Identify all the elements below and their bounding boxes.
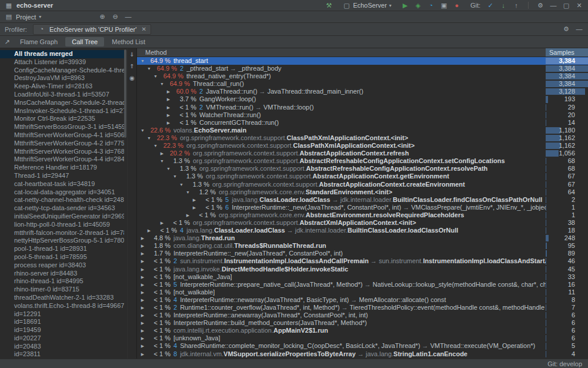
expand-arrow-icon[interactable]: ▶	[185, 211, 191, 219]
thread-list-item[interactable]: rhino-timer-0 id=83715	[0, 286, 124, 294]
call-tree-row[interactable]: ▶4.8 %java.lang.Thread.run248	[137, 234, 588, 242]
expand-arrow-icon[interactable]: ▶	[139, 327, 146, 334]
thread-list-item[interactable]: volans.thrift.Echo-1-thread-8 id=49667	[0, 302, 124, 310]
expand-arrow-icon[interactable]: ▶	[139, 250, 146, 257]
thread-list-item[interactable]: MtthriftServerWorkerGroup-4-1 id=50691	[0, 131, 124, 140]
thread-list-item[interactable]: All threads merged	[0, 50, 124, 58]
call-tree-row[interactable]: ▶< 1 %WatcherThread::run()20	[137, 111, 588, 119]
expand-arrow-icon[interactable]: ▶	[139, 334, 146, 342]
call-tree-row[interactable]: ▶< 1 %com.intellij.rt.execution.applicat…	[137, 327, 588, 334]
thread-list-item[interactable]: Reference Handler id=18179	[0, 164, 124, 172]
close-icon[interactable]: ✕	[141, 26, 146, 32]
run-config-selector[interactable]: ▢ EchoServer ▾	[342, 2, 392, 9]
project-selector[interactable]: Project	[16, 14, 36, 21]
call-tree-row[interactable]: ▼64.9 %Thread::call_run()3,384	[137, 80, 588, 88]
collapse-arrow-icon[interactable]: ▼	[185, 188, 191, 196]
expand-arrow-icon[interactable]: ▶	[139, 257, 146, 265]
expand-arrow-icon[interactable]: ▶	[165, 95, 172, 103]
settings-icon[interactable]: ⚙	[536, 2, 544, 9]
open-in-new-icon[interactable]: ↗	[3, 39, 11, 45]
collapse-arrow-icon[interactable]: ▼	[172, 173, 178, 180]
call-tree-row[interactable]: ▶< 1 %java.lang.invoke.DirectMethodHandl…	[137, 266, 588, 273]
thread-list-item[interactable]: id=23811	[0, 350, 124, 359]
thread-list-item[interactable]: id=20227	[0, 334, 124, 343]
method-column-header[interactable]: Method	[137, 49, 546, 56]
tab-flame-graph[interactable]: Flame Graph	[14, 37, 64, 47]
call-tree-row[interactable]: ▶< 1 %5java.lang.ClassLoader.loadClass →…	[137, 196, 588, 204]
call-tree-row[interactable]: ▶< 1 %ConcurrentGCThread::run()14	[137, 119, 588, 127]
expand-arrow-icon[interactable]: ▶	[139, 234, 146, 242]
call-tree-row[interactable]: ▼1.3 %org.springframework.context.suppor…	[137, 173, 588, 180]
hide-icon[interactable]: —	[124, 14, 132, 20]
collapse-arrow-icon[interactable]: ▼	[159, 80, 165, 88]
collapse-arrow-icon[interactable]: ▼	[146, 134, 152, 142]
call-tree-row[interactable]: ▼64.9 %thread_native_entry(Thread*)3,384	[137, 72, 588, 80]
thread-list-item[interactable]: MtthriftServerBossGroup-3-1 id=51459	[0, 123, 124, 131]
call-tree-row[interactable]: ▶< 1 %InterpreterRuntime::anewarray(Java…	[137, 311, 588, 319]
thread-list-item[interactable]: cat-netty-channel-health-check id=24839	[0, 196, 124, 204]
collapse-arrow-icon[interactable]: ▼	[165, 165, 172, 173]
hide-icon[interactable]: —	[575, 26, 583, 32]
thread-list-item[interactable]: id=19459	[0, 326, 124, 334]
samples-column-header[interactable]: Samples	[546, 48, 588, 57]
stop-icon[interactable]: ●	[453, 2, 461, 9]
call-tree-row[interactable]: ▶1.8 %com.dianping.cat.util.Threads$Runn…	[137, 242, 588, 250]
expand-arrow-icon[interactable]: ▶	[165, 88, 172, 95]
collapse-all-icon[interactable]: ⇑	[128, 64, 136, 69]
thread-list-item[interactable]: id=18691	[0, 318, 124, 326]
call-tree-row[interactable]: ▼1.3 %org.springframework.context.suppor…	[137, 157, 588, 165]
call-tree-row[interactable]: ▶< 1 %2Runtime1::counter_overflow(JavaTh…	[137, 304, 588, 311]
call-tree-row[interactable]: ▼22.3 %org.springframework.context.suppo…	[137, 134, 588, 142]
call-tree-row[interactable]: ▶1.7 %InterpreterRuntime::_new(JavaThrea…	[137, 250, 588, 257]
call-tree-row[interactable]: ▶< 1 %4InterpreterRuntime::newarray(Java…	[137, 296, 588, 304]
thread-list-item[interactable]: MnsCacheManager-Schedule-2-thread-1 id=.…	[0, 99, 124, 107]
thread-list-item[interactable]: process reaper id=38403	[0, 261, 124, 270]
collapse-arrow-icon[interactable]: ▼	[178, 181, 185, 188]
expand-arrow-icon[interactable]: ▶	[159, 219, 165, 227]
thread-list-item[interactable]: rhino-thread-1 id=84995	[0, 277, 124, 286]
settings-icon[interactable]: ⚙	[562, 26, 570, 32]
thread-list-item[interactable]: mtthrift-falcon-monitor-2-thread-1 id=78…	[0, 229, 124, 237]
expand-arrow-icon[interactable]: ▶	[139, 266, 146, 273]
collapse-arrow-icon[interactable]: ▼	[152, 72, 159, 80]
call-tree-row[interactable]: ▼1.3 %org.springframework.context.suppor…	[137, 181, 588, 188]
call-tree-row[interactable]: ▶< 1 %[not_walkable]11	[137, 289, 588, 296]
thread-list-item[interactable]: Thread-1 id=29447	[0, 172, 124, 180]
call-tree-row[interactable]: ▶< 1 %4java.lang.ClassLoader.loadClass →…	[137, 227, 588, 234]
maximize-icon[interactable]: ▢	[562, 2, 570, 9]
thread-list-item[interactable]: pool-1-thread-1 id=28931	[0, 245, 124, 253]
thread-list-item[interactable]: cat-heartbeat-task id=34819	[0, 180, 124, 188]
thread-list-item[interactable]: cat-netty-tcp-data-sender id=34563	[0, 204, 124, 213]
call-tree-row[interactable]: ▶< 1 %org.springframework.context.suppor…	[137, 219, 588, 227]
expand-arrow-icon[interactable]: ▶	[139, 281, 146, 289]
call-tree-row[interactable]: ▶< 1 %8jdk.internal.vm.VMSupport.seriali…	[137, 350, 588, 358]
expand-arrow-icon[interactable]: ▶	[139, 350, 146, 358]
git-push-icon[interactable]: ↑	[512, 2, 520, 9]
eye-icon[interactable]: ◉	[128, 75, 136, 81]
expand-all-icon[interactable]: ⇓	[128, 52, 136, 58]
expand-arrow-icon[interactable]: ▶	[165, 119, 172, 127]
expand-arrow-icon[interactable]: ▶	[139, 289, 146, 296]
thread-list-item[interactable]: Attach Listener id=39939	[0, 58, 124, 67]
thread-list-item[interactable]: MtthriftServerWorkerGroup-4-3 id=76803	[0, 148, 124, 156]
expand-arrow-icon[interactable]: ▶	[139, 319, 146, 327]
call-tree-row[interactable]: ▶60.0 %2JavaThread::run() → JavaThread::…	[137, 88, 588, 95]
thread-list-scrollbar[interactable]	[124, 48, 127, 359]
coverage-icon[interactable]: ▣	[440, 2, 448, 9]
expand-arrow-icon[interactable]: ▶	[139, 342, 146, 350]
collapse-arrow-icon[interactable]: ▼	[159, 157, 165, 165]
thread-list-item[interactable]: id=20483	[0, 343, 124, 351]
minimize-icon[interactable]: —	[549, 2, 557, 9]
expand-arrow-icon[interactable]: ▶	[139, 296, 146, 304]
thread-list-item[interactable]: MtthriftServerWorkerGroup-4-2 id=77571	[0, 140, 124, 148]
thread-list-item[interactable]: MnsInvoker-Schedule-1-thread-1 id=27651	[0, 107, 124, 115]
call-tree-row[interactable]: ▶< 1 %2VMThread::run() → VMThread::loop(…	[137, 104, 588, 111]
thread-list-item[interactable]: rhino-server id=84483	[0, 270, 124, 278]
expand-arrow-icon[interactable]: ▶	[191, 196, 198, 204]
call-tree-row[interactable]: ▶< 1 %org.springframework.core.env.Abstr…	[137, 211, 588, 219]
wrench-icon[interactable]: ⚒	[325, 2, 333, 9]
collapse-arrow-icon[interactable]: ▼	[152, 142, 159, 150]
git-update-icon[interactable]: ↓	[499, 2, 507, 9]
thread-list-item[interactable]: id=12291	[0, 310, 124, 319]
collapse-arrow-icon[interactable]: ▼	[139, 127, 146, 134]
